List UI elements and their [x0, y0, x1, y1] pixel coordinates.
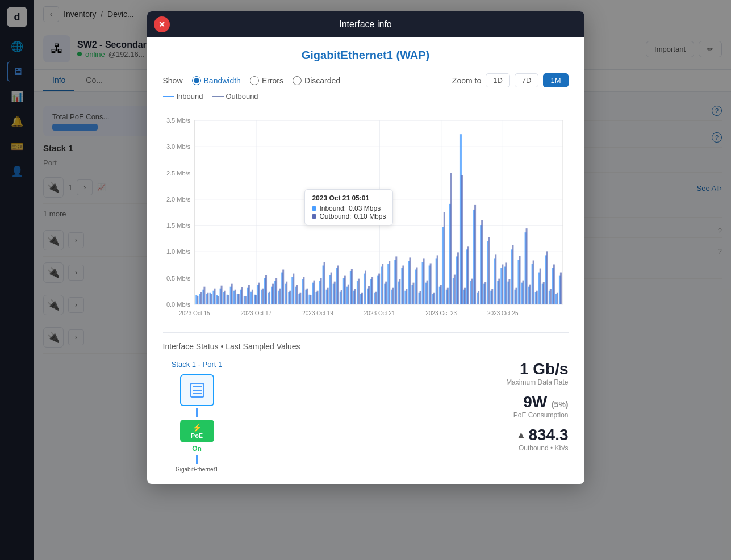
svg-rect-173 [323, 262, 325, 304]
svg-rect-190 [382, 264, 383, 304]
discarded-label: Discarded [304, 76, 340, 85]
zoom-7d[interactable]: 7D [515, 73, 539, 87]
max-data-rate-stat: 1 Gb/s Maximum Data Rate [245, 360, 569, 386]
svg-rect-232 [525, 228, 527, 304]
modal-title: Interface info [339, 19, 392, 30]
status-section-title: Interface Status • Last Sampled Values [163, 342, 569, 351]
legend-inbound-line [163, 96, 174, 97]
svg-rect-154 [258, 283, 260, 304]
svg-rect-221 [488, 237, 490, 304]
svg-rect-205 [433, 293, 435, 304]
svg-rect-216 [471, 279, 473, 304]
svg-text:0.5 Mb/s: 0.5 Mb/s [166, 275, 190, 282]
svg-rect-239 [549, 289, 551, 304]
svg-rect-163 [289, 291, 291, 304]
poe-on-label: On [192, 445, 202, 453]
modal-backdrop[interactable]: ✕ Interface info GigabitEthernet1 (WAP) … [0, 0, 731, 560]
svg-text:3.0 Mb/s: 3.0 Mb/s [166, 143, 190, 150]
svg-rect-152 [251, 290, 253, 304]
outbound-value-row: ▲ 834.3 [245, 426, 569, 444]
svg-rect-185 [364, 271, 366, 304]
svg-rect-199 [412, 283, 414, 304]
svg-rect-200 [416, 268, 417, 304]
svg-rect-165 [296, 285, 298, 304]
svg-rect-242 [559, 273, 561, 304]
poe-consumption-stat: 9W (5%) PoE Consumption [245, 393, 569, 419]
svg-rect-187 [371, 277, 373, 304]
svg-rect-179 [344, 276, 345, 304]
svg-rect-139 [207, 293, 208, 304]
svg-rect-191 [385, 282, 387, 304]
bandwidth-radio[interactable]: Bandwidth [192, 76, 241, 85]
svg-rect-159 [275, 278, 277, 304]
svg-rect-156 [265, 275, 267, 304]
show-label: Show [163, 76, 183, 85]
interface-name: GigabitEthernet1 (WAP) [163, 49, 569, 62]
svg-rect-210 [450, 173, 452, 304]
svg-rect-234 [532, 260, 534, 304]
svg-rect-183 [357, 279, 359, 304]
svg-rect-231 [522, 281, 524, 304]
svg-rect-219 [481, 220, 483, 304]
svg-rect-184 [361, 293, 362, 304]
max-data-rate-label: Maximum Data Rate [245, 378, 569, 386]
svg-rect-157 [269, 292, 270, 304]
svg-rect-164 [293, 274, 294, 304]
svg-rect-145 [227, 295, 229, 304]
bandwidth-chart: 3.5 Mb/s 3.0 Mb/s 2.5 Mb/s 2.0 Mb/s 1.5 … [163, 107, 569, 323]
svg-rect-228 [512, 245, 513, 304]
svg-rect-206 [436, 255, 438, 304]
svg-rect-208 [443, 212, 445, 304]
svg-rect-235 [536, 291, 537, 304]
svg-rect-171 [316, 291, 318, 304]
port-diagram: Stack 1 - Port 1 ⚡ PoE [163, 360, 231, 473]
discarded-radio[interactable]: Discarded [293, 76, 340, 85]
svg-rect-174 [327, 288, 328, 304]
iface-name-diagram: GigabitEthernet1 [176, 466, 218, 473]
svg-rect-169 [310, 295, 311, 304]
svg-rect-155 [261, 289, 263, 304]
svg-rect-236 [539, 269, 541, 304]
svg-rect-189 [378, 274, 380, 304]
svg-rect-138 [203, 287, 205, 304]
svg-rect-217 [474, 205, 476, 304]
legend-inbound: Inbound [163, 92, 203, 101]
zoom-1d[interactable]: 1D [486, 73, 510, 87]
svg-rect-193 [392, 288, 394, 304]
svg-text:2.5 Mb/s: 2.5 Mb/s [166, 170, 190, 177]
zoom-group: Zoom to 1D 7D 1M [452, 73, 569, 87]
poe-consumption-value: 9W (5%) [245, 393, 569, 411]
svg-text:2.0 Mb/s: 2.0 Mb/s [166, 196, 190, 203]
outbound-label: Outbound • Kb/s [245, 444, 569, 452]
max-data-rate-value: 1 Gb/s [245, 360, 569, 378]
svg-rect-196 [402, 265, 404, 304]
svg-rect-215 [467, 246, 469, 304]
svg-rect-146 [231, 284, 232, 304]
svg-rect-141 [214, 289, 215, 304]
modal-body: GigabitEthernet1 (WAP) Show Bandwidth Er… [147, 37, 584, 484]
svg-rect-149 [241, 287, 243, 304]
svg-rect-237 [542, 282, 544, 304]
svg-rect-168 [306, 289, 308, 304]
svg-rect-201 [419, 291, 421, 304]
svg-rect-209 [446, 288, 448, 304]
legend-outbound-line [212, 96, 224, 97]
svg-text:1.0 Mb/s: 1.0 Mb/s [166, 248, 190, 255]
svg-rect-233 [529, 285, 531, 304]
poe-pct: (5%) [552, 400, 569, 409]
svg-text:2023 Oct 21: 2023 Oct 21 [364, 310, 395, 316]
errors-radio[interactable]: Errors [250, 76, 283, 85]
interface-info-modal: ✕ Interface info GigabitEthernet1 (WAP) … [147, 11, 584, 484]
stats-right: 1 Gb/s Maximum Data Rate 9W (5%) PoE Con… [245, 360, 569, 452]
modal-close-button[interactable]: ✕ [154, 16, 170, 32]
svg-rect-170 [313, 281, 315, 304]
svg-text:1.5 Mb/s: 1.5 Mb/s [166, 222, 190, 229]
svg-rect-195 [399, 279, 400, 304]
zoom-1m[interactable]: 1M [543, 73, 568, 87]
svg-rect-224 [498, 279, 500, 304]
connector-line-1 [196, 408, 198, 417]
svg-rect-213 [460, 175, 462, 304]
legend-inbound-label: Inbound [177, 92, 203, 101]
zoom-label: Zoom to [452, 76, 481, 85]
svg-rect-136 [197, 296, 198, 304]
